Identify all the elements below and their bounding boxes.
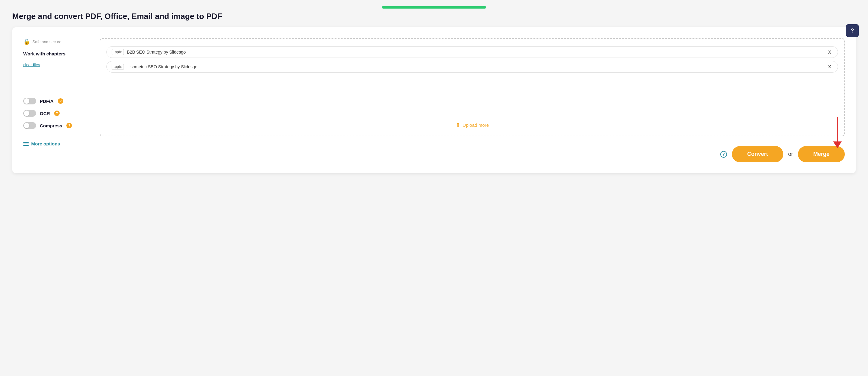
action-help-icon[interactable]: ? — [720, 151, 727, 158]
merge-button[interactable]: Merge — [798, 146, 845, 162]
or-label: or — [788, 151, 793, 157]
drop-zone[interactable]: .pptx B2B SEO Strategy by Slidesgo X .pp… — [100, 38, 845, 136]
left-panel: 🔒 Safe and secure Work with chapters cle… — [23, 38, 91, 146]
right-panel: .pptx B2B SEO Strategy by Slidesgo X .pp… — [100, 38, 845, 162]
main-card: ? 🔒 Safe and secure Work with chapters c… — [12, 27, 856, 173]
more-options-label: More options — [31, 141, 60, 146]
file-name-2: _Isometric SEO Strategy by Slidesgo — [127, 64, 823, 69]
ocr-toggle[interactable] — [23, 110, 36, 117]
file-row-2: .pptx _Isometric SEO Strategy by Slidesg… — [106, 61, 838, 73]
pdfa-label: PDF/A — [40, 98, 54, 104]
upload-arrow-icon: ⬆ — [456, 121, 460, 128]
action-help-label: ? — [722, 152, 724, 156]
lock-icon: 🔒 — [23, 38, 30, 45]
ocr-help-icon[interactable]: ? — [54, 111, 60, 116]
toggle-row-pdfa: PDF/A ? — [23, 98, 91, 105]
corner-help-button[interactable]: ? — [846, 24, 859, 37]
file-remove-2[interactable]: X — [827, 64, 833, 70]
action-row: ? Convert or Merge — [100, 146, 845, 162]
ocr-label: OCR — [40, 111, 50, 116]
upload-more-label: Upload more — [463, 122, 489, 128]
top-green-bar — [382, 6, 486, 8]
compress-label: Compress — [40, 123, 62, 128]
pdfa-help-icon[interactable]: ? — [58, 98, 63, 104]
compress-toggle[interactable] — [23, 122, 36, 129]
secure-label: Safe and secure — [32, 39, 61, 44]
page-title: Merge and convert PDF, Office, Email and… — [12, 12, 856, 21]
convert-button[interactable]: Convert — [732, 146, 783, 162]
corner-help-icon: ? — [851, 28, 854, 34]
hamburger-icon — [23, 142, 29, 146]
pdfa-toggle[interactable] — [23, 98, 36, 105]
work-chapters-label: Work with chapters — [23, 51, 91, 56]
clear-files-link[interactable]: clear files — [23, 62, 91, 67]
file-remove-1[interactable]: X — [827, 49, 833, 55]
file-row: .pptx B2B SEO Strategy by Slidesgo X — [106, 46, 838, 58]
compress-help-icon[interactable]: ? — [66, 123, 72, 128]
toggles-section: PDF/A ? OCR ? Compress ? — [23, 98, 91, 129]
more-options-row[interactable]: More options — [23, 141, 91, 146]
file-tag-2: .pptx — [112, 64, 124, 70]
file-name-1: B2B SEO Strategy by Slidesgo — [127, 50, 823, 55]
file-tag-1: .pptx — [112, 49, 124, 55]
upload-more-button[interactable]: ⬆ Upload more — [106, 115, 838, 128]
toggle-row-ocr: OCR ? — [23, 110, 91, 117]
toggle-row-compress: Compress ? — [23, 122, 91, 129]
secure-badge: 🔒 Safe and secure — [23, 38, 91, 45]
